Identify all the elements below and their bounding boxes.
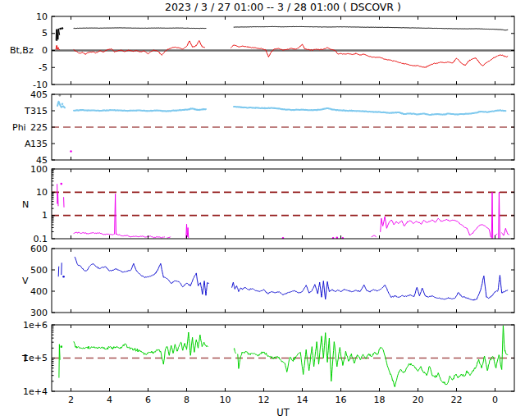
ytick-label: -5 bbox=[39, 62, 48, 73]
series-Phi bbox=[57, 102, 505, 115]
ytick-label: 600 bbox=[30, 244, 48, 254]
panel-label-n: N bbox=[22, 199, 29, 210]
panel-angles: 40531522513545TPhiA bbox=[12, 89, 514, 166]
xtick-label: 12 bbox=[258, 395, 270, 405]
panels-group: 1050-5-10Bt,Bz40531522513545TPhiA1001010… bbox=[10, 11, 514, 406]
panel-density: 1001010.1N bbox=[22, 164, 514, 244]
xtick-label: 10 bbox=[220, 395, 231, 405]
xtick-label: 4 bbox=[107, 395, 112, 405]
ytick-label: 1e+6 bbox=[23, 320, 48, 331]
series-V bbox=[58, 257, 508, 300]
panel-label-v: V bbox=[22, 276, 29, 286]
ytick-label: 10 bbox=[36, 187, 48, 198]
ytick-label: 100 bbox=[30, 164, 48, 175]
ytick-label: 405 bbox=[30, 89, 48, 100]
series-Bz bbox=[56, 41, 508, 68]
x-axis-label: UT bbox=[276, 407, 290, 418]
ytick-label: 400 bbox=[30, 286, 48, 297]
ytick-label: 225 bbox=[30, 122, 48, 133]
panel-label-t: T bbox=[21, 354, 28, 364]
panel-frame bbox=[52, 249, 514, 313]
ytick-label: 315 bbox=[30, 106, 48, 116]
panel-speed: 600500400300V bbox=[22, 244, 514, 318]
series-A-scatter bbox=[70, 150, 72, 153]
xtick-label: 16 bbox=[336, 395, 347, 405]
panel-label-t: T bbox=[24, 106, 30, 116]
series-Bt bbox=[56, 26, 508, 41]
panel-magnetic-field: 1050-5-10Bt,Bz bbox=[10, 11, 514, 90]
xtick-label: 14 bbox=[297, 395, 308, 405]
series-N bbox=[57, 183, 509, 240]
xtick-label: 0 bbox=[492, 395, 498, 405]
xtick-label: 22 bbox=[451, 395, 463, 405]
chart-canvas: 2023 / 3 / 27 01:00 -- 3 / 28 01:00 ( DS… bbox=[0, 0, 525, 420]
ytick-label: 0 bbox=[42, 45, 48, 56]
xtick-label: 20 bbox=[413, 395, 424, 405]
xtick-label: 2 bbox=[68, 395, 74, 405]
ytick-label: 300 bbox=[30, 308, 48, 318]
ytick-label: 500 bbox=[30, 265, 48, 276]
xtick-label: 6 bbox=[145, 395, 151, 405]
panel-frame bbox=[52, 169, 514, 239]
ytick-label: 5 bbox=[42, 28, 48, 39]
xtick-label: 8 bbox=[184, 395, 189, 405]
chart-title: 2023 / 3 / 27 01:00 -- 3 / 28 01:00 ( DS… bbox=[165, 1, 401, 13]
dscovr-solar-wind-plot: 2023 / 3 / 27 01:00 -- 3 / 28 01:00 ( DS… bbox=[0, 0, 525, 420]
panel-temperature: 1e+61e+51e+4T2468101214161820220 bbox=[21, 320, 514, 406]
ytick-label: 135 bbox=[30, 139, 48, 149]
series-T bbox=[59, 326, 508, 387]
ytick-label: 1 bbox=[42, 210, 48, 221]
panel-label-phi: Phi bbox=[12, 122, 26, 133]
xtick-label: 18 bbox=[374, 395, 386, 405]
panel-label-btbz: Bt,Bz bbox=[10, 45, 34, 56]
panel-label-a: A bbox=[25, 139, 31, 149]
ytick-label: 1e+4 bbox=[23, 386, 48, 397]
ytick-label: 10 bbox=[36, 11, 48, 22]
